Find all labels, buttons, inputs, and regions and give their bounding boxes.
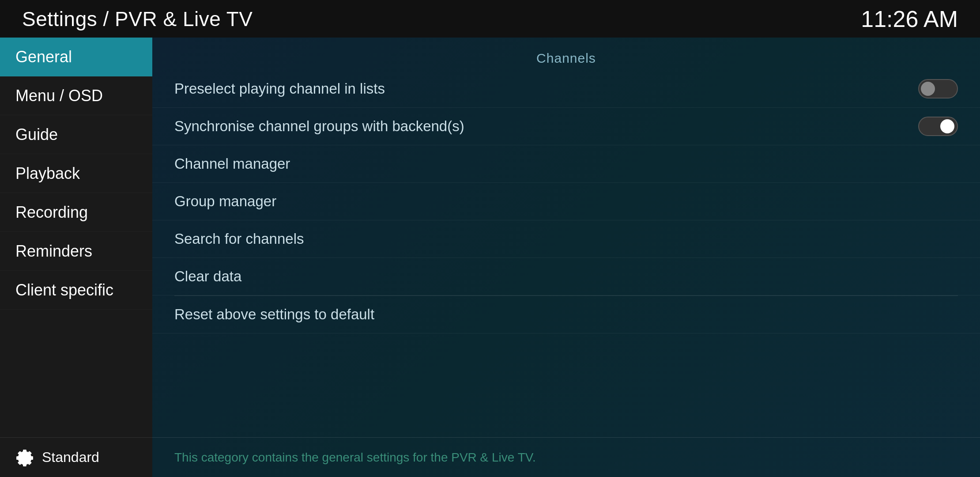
setting-channel-manager[interactable]: Channel manager [152,145,980,183]
clock: 11:26 AM [861,6,958,32]
header: Settings / PVR & Live TV 11:26 AM [0,0,980,38]
setting-group-manager[interactable]: Group manager [152,183,980,220]
section-title: Channels [536,51,596,65]
sidebar-footer[interactable]: Standard [0,437,152,477]
setting-reset-defaults[interactable]: Reset above settings to default [152,296,980,333]
toggle-sync[interactable] [918,117,958,136]
content-footer: This category contains the general setti… [152,437,980,477]
toggle-preselect[interactable] [918,79,958,98]
sidebar-item-recording[interactable]: Recording [0,193,152,232]
section-header: Channels [152,38,980,70]
settings-list: Preselect playing channel in lists Synch… [152,70,980,437]
sidebar-item-client-specific[interactable]: Client specific [0,271,152,310]
toggle-knob [940,119,954,133]
sidebar-nav: General Menu / OSD Guide Playback Record… [0,38,152,437]
main-layout: General Menu / OSD Guide Playback Record… [0,38,980,477]
setting-sync-channel-groups[interactable]: Synchronise channel groups with backend(… [152,108,980,145]
page-title: Settings / PVR & Live TV [22,7,253,31]
footer-description: This category contains the general setti… [174,450,536,465]
sidebar-item-guide[interactable]: Guide [0,115,152,154]
sidebar-item-reminders[interactable]: Reminders [0,232,152,271]
setting-preselect-playing[interactable]: Preselect playing channel in lists [152,70,980,108]
content-inner: Channels Preselect playing channel in li… [152,38,980,437]
sidebar-item-menu-osd[interactable]: Menu / OSD [0,76,152,115]
toggle-knob [921,82,935,96]
setting-clear-data[interactable]: Clear data [152,258,980,295]
sidebar-item-playback[interactable]: Playback [0,154,152,193]
settings-level-label: Standard [42,449,99,466]
sidebar: General Menu / OSD Guide Playback Record… [0,38,152,477]
sidebar-item-general[interactable]: General [0,38,152,76]
gear-icon [15,449,33,466]
setting-search-channels[interactable]: Search for channels [152,220,980,258]
content-panel: Channels Preselect playing channel in li… [152,38,980,477]
